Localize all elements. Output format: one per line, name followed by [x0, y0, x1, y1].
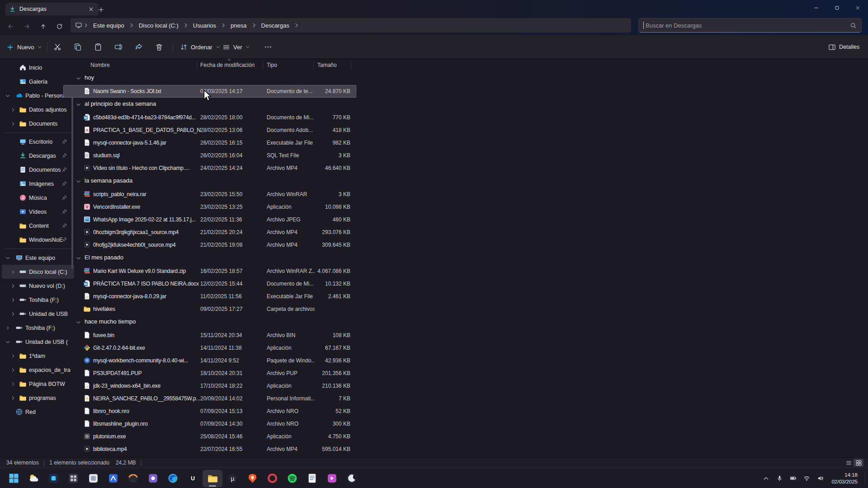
chevron-right-icon[interactable]	[11, 270, 15, 274]
file-row[interactable]: ☕mysql-connector-java-5.1.46.jar26/02/20…	[63, 136, 356, 149]
tray-chevron-up-icon[interactable]	[760, 472, 772, 485]
chevron-down-icon[interactable]	[76, 256, 81, 261]
file-row[interactable]: APRACTICA_1_BASE_DE_DATOS_PABLO_N...28/0…	[63, 124, 356, 136]
taskbar-app-dark-blue[interactable]	[43, 470, 63, 487]
file-row[interactable]: studium.sql26/02/2025 16:04SQL Text File…	[63, 149, 356, 162]
group-header-la-semana-pasada[interactable]: la semana pasada	[63, 174, 356, 188]
file-row[interactable]: ⚙plutonium.exe25/08/2024 15:46Aplicación…	[63, 430, 356, 443]
brave-browser-button[interactable]	[242, 470, 262, 487]
file-row[interactable]: Mario Kart Wii Deluxe v9.0 Standard.zip1…	[63, 265, 356, 277]
file-row[interactable]: libsmashline_plugin.nro07/09/2024 14:30A…	[63, 418, 356, 430]
paste-button[interactable]	[91, 41, 105, 53]
start-button[interactable]	[4, 470, 24, 487]
copy-button[interactable]	[71, 41, 85, 53]
taskbar-app-purple[interactable]	[143, 470, 163, 487]
file-row[interactable]: hivefakes09/02/2025 17:27Carpeta de arch…	[63, 303, 356, 315]
chevron-right-icon[interactable]	[11, 122, 15, 126]
status-list-view-toggle[interactable]	[844, 459, 854, 467]
file-row[interactable]: NEIRA_SANCHEZ_PABLO__29558475W.p...20/09…	[63, 392, 356, 405]
search-input[interactable]	[645, 22, 850, 29]
file-row[interactable]: scripts_pablo_neira.rar23/02/2025 15:50A…	[63, 188, 356, 201]
chevron-right-icon[interactable]	[5, 326, 10, 330]
opera-gx-button[interactable]	[262, 470, 282, 487]
file-row[interactable]: biblioteca.mp422/07/2024 16:55Archivo MP…	[63, 443, 356, 455]
maximize-button[interactable]	[826, 0, 847, 15]
widgets-button[interactable]	[24, 470, 43, 487]
file-row[interactable]: libnro_hook.nro07/09/2024 15:13Archivo N…	[63, 405, 356, 418]
taskbar-app-grid[interactable]	[63, 470, 83, 487]
chevron-down-icon[interactable]	[76, 102, 81, 107]
view-button[interactable]: Ver	[220, 41, 253, 53]
group-header-al-principio-de-esta-semana[interactable]: al principio de esta semana	[63, 98, 356, 111]
file-row[interactable]: 0hofjg2jkfukse4echb0t_source.mp421/02/20…	[63, 239, 356, 251]
search-box[interactable]	[638, 18, 862, 33]
chevron-right-icon[interactable]	[11, 382, 15, 386]
file-row[interactable]: Git-2.47.0.2-64-bit.exe14/11/2024 11:38A…	[63, 342, 356, 354]
taskbar-notes-app[interactable]	[302, 470, 322, 487]
chevron-right-icon[interactable]	[11, 298, 15, 302]
minimize-button[interactable]	[806, 0, 826, 15]
spotify-button[interactable]	[282, 470, 302, 487]
file-row[interactable]: Naomi Swann - Socks JOI.txt02/03/2025 14…	[63, 85, 356, 98]
tray-battery-icon[interactable]	[787, 472, 799, 485]
taskbar-pink-app[interactable]	[322, 470, 342, 487]
status-details-view-toggle[interactable]	[854, 459, 863, 467]
edge-browser-button[interactable]	[163, 470, 183, 487]
rename-button[interactable]	[112, 41, 125, 53]
share-button[interactable]	[132, 41, 146, 53]
file-row[interactable]: PS3UPDAT491.PUP18/10/2024 20:31Archivo P…	[63, 367, 356, 380]
tray-wifi-icon[interactable]	[801, 472, 812, 485]
file-row[interactable]: WPRÁCTICA TEMA 7 ISO PABLO NEIRA.docx12/…	[63, 277, 356, 290]
file-row[interactable]: Vídeo sin título - Hecho con Clipchamp..…	[63, 162, 356, 174]
chevron-right-icon[interactable]	[11, 284, 15, 288]
chevron-right-icon[interactable]	[11, 354, 15, 358]
file-row[interactable]: ☕mysql-connector-java-8.0.29.jar11/02/20…	[63, 290, 356, 303]
chevron-right-icon[interactable]	[11, 108, 15, 112]
sort-button[interactable]: Ordenar	[177, 41, 223, 53]
explorer-tab-descargas[interactable]: Descargas	[5, 3, 99, 15]
chevron-right-icon[interactable]	[11, 368, 15, 372]
taskbar-dark-round-app[interactable]	[342, 470, 362, 487]
breadcrumb-item[interactable]: Este equipo	[90, 21, 128, 30]
tab-close-icon[interactable]	[87, 5, 95, 13]
breadcrumb-item[interactable]: Disco local (C:)	[135, 21, 182, 30]
up-button[interactable]	[36, 20, 50, 33]
chevron-down-icon[interactable]	[76, 320, 81, 325]
group-header-hoy[interactable]: hoy	[63, 71, 356, 85]
taskbar-browser-dark[interactable]	[123, 470, 143, 487]
chevron-right-icon[interactable]	[11, 396, 15, 400]
group-header-hace-mucho-tiempo[interactable]: hace mucho tiempo	[63, 315, 356, 329]
close-button[interactable]	[847, 0, 868, 15]
group-header-el-mes-pasado[interactable]: El mes pasado	[63, 251, 356, 265]
chevron-down-icon[interactable]	[5, 94, 10, 98]
refresh-button[interactable]	[52, 20, 66, 33]
chevron-down-icon[interactable]	[76, 76, 81, 81]
breadcrumb-item[interactable]: Usuarios	[189, 21, 220, 30]
tray-volume-icon[interactable]	[814, 472, 826, 485]
forward-button[interactable]	[20, 20, 33, 33]
file-row[interactable]: Wc5bd483d-ed3b-4714-ba23-8784ac9f974d...…	[63, 111, 356, 124]
file-row[interactable]: WhatsApp Image 2025-02-22 at 11.35.17.j.…	[63, 213, 356, 226]
new-tab-button[interactable]	[96, 5, 106, 14]
file-explorer-button[interactable]	[203, 470, 222, 487]
show-desktop-button[interactable]	[865, 473, 865, 484]
file-row[interactable]: 0hozbigm3rqikghjxcaa1_source.mp421/02/20…	[63, 226, 356, 239]
taskbar-clock[interactable]: 14:18 02/03/2025	[828, 472, 861, 485]
chevron-down-icon[interactable]	[5, 256, 10, 260]
chevron-down-icon[interactable]	[76, 179, 81, 184]
details-pane-button[interactable]: Detalles	[826, 41, 862, 53]
chevron-right-icon[interactable]	[11, 312, 15, 316]
cut-button[interactable]	[51, 41, 64, 53]
file-row[interactable]: ☕jdk-23_windows-x64_bin.exe17/10/2024 18…	[63, 380, 356, 392]
address-bar[interactable]: Este equipoDisco local (C:)Usuariospnesa…	[71, 18, 631, 33]
column-header-size[interactable]: Tamaño	[317, 62, 337, 68]
more-options-button[interactable]	[261, 41, 275, 53]
back-button[interactable]	[4, 20, 17, 33]
breadcrumb-item[interactable]: pnesa	[227, 21, 250, 30]
breadcrumb-item[interactable]: Descargas	[258, 21, 293, 30]
file-row[interactable]: VVencordInstaller.exe23/02/2025 13:25Apl…	[63, 201, 356, 213]
column-header-name[interactable]: Nombre	[90, 62, 110, 68]
taskbar-app-blue[interactable]	[103, 470, 123, 487]
column-header-date[interactable]: Fecha de modificación	[200, 62, 255, 68]
file-row[interactable]: fusee.bin15/11/2024 20:34Archivo BIN108 …	[63, 329, 356, 342]
